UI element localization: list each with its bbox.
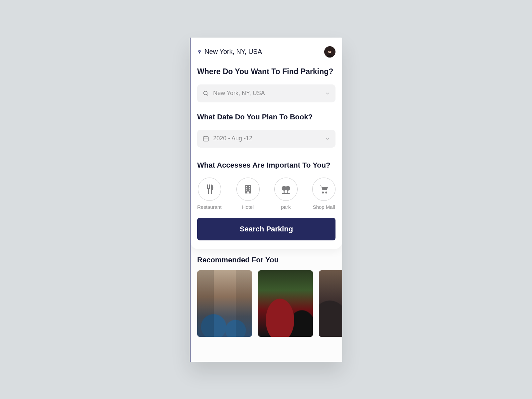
avatar-icon [326,48,334,58]
location-input[interactable]: New York, NY, USA [197,84,335,102]
shopping-cart-icon [318,184,330,195]
current-location-label: New York, NY, USA [204,48,262,56]
search-parking-label: Search Parking [240,225,293,233]
svg-point-22 [325,192,327,194]
chevron-down-icon [325,136,330,141]
search-parking-button[interactable]: Search Parking [197,218,335,240]
svg-rect-4 [203,137,208,141]
recommended-card[interactable] [258,270,313,337]
accesses-heading: What Accesses Are Important To You? [197,161,335,170]
date-input-value: 2020 - Aug -12 [213,135,321,142]
svg-rect-15 [247,192,248,194]
location-input-value: New York, NY, USA [213,90,321,97]
svg-rect-11 [246,188,247,189]
date-heading: What Date Do You Plan To Book? [197,112,335,122]
category-park[interactable]: park [274,178,298,210]
date-input[interactable]: 2020 - Aug -12 [197,130,335,148]
svg-point-2 [203,91,207,95]
search-icon [202,90,209,97]
access-categories: Restaurant Hotel [197,178,335,210]
svg-rect-13 [246,190,247,191]
calendar-icon [202,135,209,142]
category-restaurant[interactable]: Restaurant [197,178,221,210]
svg-rect-10 [249,186,250,187]
svg-rect-9 [246,186,247,187]
find-parking-heading: Where Do You Want To Find Parking? [197,66,335,77]
svg-rect-14 [249,190,250,191]
svg-rect-19 [287,190,288,193]
category-label: Hotel [242,204,254,210]
svg-line-3 [207,94,208,96]
svg-point-17 [285,186,290,191]
category-label: Restaurant [197,204,221,210]
recommended-card[interactable] [319,270,342,337]
search-card: New York, NY, USA Where Do You Want To F… [191,38,342,249]
category-label: Shop Mall [313,204,335,210]
chevron-down-icon [325,91,330,96]
restaurant-icon [204,184,215,195]
recommended-section: Recommended For You [191,249,342,337]
header: New York, NY, USA [197,46,335,58]
phone-frame: New York, NY, USA Where Do You Want To F… [190,38,342,362]
recommended-card[interactable] [197,270,252,337]
category-hotel[interactable]: Hotel [236,178,260,210]
svg-rect-18 [284,190,285,193]
svg-point-21 [322,192,324,194]
current-location[interactable]: New York, NY, USA [197,48,262,56]
recommended-heading: Recommended For You [197,256,335,264]
hotel-icon [242,184,254,195]
category-label: park [281,204,291,210]
category-shop-mall[interactable]: Shop Mall [312,178,335,210]
svg-rect-12 [249,188,250,189]
recommended-list[interactable] [197,270,335,337]
avatar[interactable] [324,46,335,58]
location-pin-icon [197,49,202,55]
svg-rect-0 [199,54,200,54]
svg-rect-20 [282,193,290,194]
park-icon [280,184,292,195]
